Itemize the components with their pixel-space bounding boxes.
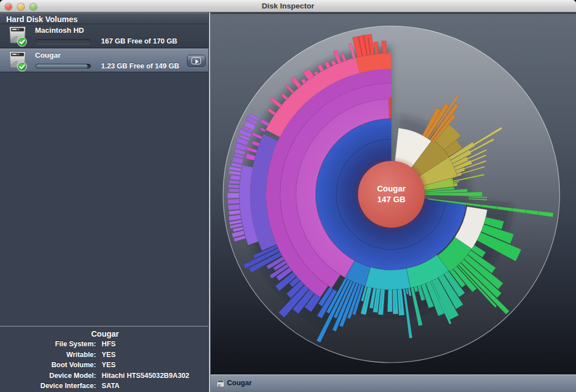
svg-text:Cougar: Cougar bbox=[377, 184, 406, 193]
svg-text:147 GB: 147 GB bbox=[377, 195, 405, 204]
